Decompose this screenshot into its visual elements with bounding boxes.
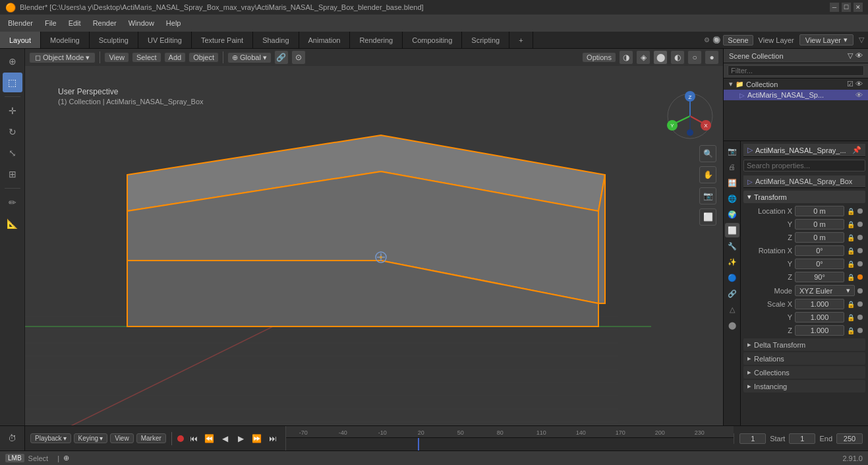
select-menu-btn[interactable]: Select [132,52,161,63]
scale-y-lock-icon[interactable]: 🔒 [847,314,855,321]
tab-scripting[interactable]: Scripting [462,32,509,48]
camera-btn[interactable]: 📷 [699,187,716,204]
jump-start-btn[interactable]: ⏮ [187,431,201,446]
view-all-btn[interactable]: ⬜ [699,208,716,226]
rendered-shading-btn[interactable]: ● [705,50,719,65]
filter-icon[interactable]: ▽ [859,36,864,44]
tab-shading[interactable]: Shading [253,32,299,48]
prop-output-icon[interactable]: 🖨 [725,160,739,174]
rotation-x-dot[interactable] [857,248,863,253]
tab-modeling[interactable]: Modeling [41,32,90,48]
material-shading-btn[interactable]: ◐ [670,50,685,65]
prop-physics-icon[interactable]: 🔵 [725,270,739,285]
outliner-filter-icon[interactable]: ▽ [848,51,853,60]
prop-data-icon[interactable]: △ [725,302,739,317]
current-frame-input[interactable] [739,433,766,444]
prop-view-layer-icon[interactable]: 🪟 [725,175,739,190]
solid-shading-btn[interactable]: ⬤ [653,50,668,65]
rotation-z-dot[interactable] [857,274,863,280]
prop-material-icon[interactable]: ⬤ [725,318,739,332]
options-btn[interactable]: Options [582,52,616,63]
add-menu-btn[interactable]: Add [164,52,187,63]
menu-blender[interactable]: Blender [3,18,38,28]
xray-btn[interactable]: ◈ [636,50,651,65]
record-button[interactable] [177,435,184,442]
rotation-x-value[interactable]: 0° [795,245,844,256]
outliner-eye-icon[interactable]: 👁 [855,51,863,60]
prop-particles-icon[interactable]: ✨ [725,255,739,269]
render-shading-btn[interactable]: ○ [687,50,702,65]
tab-rendering[interactable]: Rendering [350,32,403,48]
tab-add[interactable]: + [509,32,533,48]
prop-render-icon[interactable]: 📷 [725,144,739,158]
rotate-tool-btn[interactable]: ↻ [3,122,22,142]
annotate-tool-btn[interactable]: ✏ [3,193,22,212]
jump-end-btn[interactable]: ⏭ [266,431,280,446]
instancing-section[interactable]: ▸ Instancing [743,380,865,392]
menu-edit[interactable]: Edit [63,18,86,28]
select-box-tool-btn[interactable]: ⬚ [3,73,22,92]
proportional-edit-btn[interactable]: ⊙ [291,50,306,65]
menu-file[interactable]: File [40,18,62,28]
rotation-z-value[interactable]: 90° [795,272,844,282]
tab-animation[interactable]: Animation [299,32,351,48]
move-tool-btn[interactable]: ✛ [3,101,22,121]
zoom-in-btn[interactable]: 🔍 [699,145,716,162]
location-x-dot[interactable] [857,208,863,214]
location-z-lock-icon[interactable]: 🔒 [847,234,855,241]
collections-section[interactable]: ▸ Collections [743,366,865,379]
scale-x-value[interactable]: 1.000 [795,299,844,309]
menu-render[interactable]: Render [88,18,122,28]
prop-modifier-icon[interactable]: 🔧 [725,239,739,253]
rotation-z-lock-icon[interactable]: 🔒 [847,274,855,281]
tab-uv-editing[interactable]: UV Editing [138,32,192,48]
prop-constraints-icon[interactable]: 🔗 [725,286,739,301]
playback-menu-btn[interactable]: Playback ▾ [30,433,71,443]
outliner-search-input[interactable] [728,65,864,76]
snap-btn[interactable]: 🔗 [274,50,289,65]
prop-object-icon[interactable]: ⬜ [725,223,739,237]
location-z-dot[interactable] [857,235,863,240]
step-forward-btn[interactable]: ⏩ [250,431,264,446]
scale-x-dot[interactable] [857,301,863,307]
object-header-pin-icon[interactable]: 📌 [852,146,861,154]
object-menu-btn[interactable]: Object [188,52,219,63]
relations-section[interactable]: ▸ Relations [743,352,865,365]
scale-z-value[interactable]: 1.000 [795,325,844,336]
tab-sculpting[interactable]: Sculpting [90,32,138,48]
location-y-dot[interactable] [857,222,863,227]
tab-texture-paint[interactable]: Texture Paint [192,32,253,48]
overlay-btn[interactable]: ◑ [619,50,633,65]
outliner-item-collection[interactable]: ▾ 📁 Collection ☑ 👁 [724,78,868,90]
start-frame-input[interactable] [789,433,815,444]
step-back-btn[interactable]: ⏪ [202,431,217,446]
delta-transform-section[interactable]: ▸ Delta Transform [743,338,865,351]
viewport[interactable]: ◻ Object Mode ▾ View Select Add Object ⊕… [25,49,723,425]
scale-tool-btn[interactable]: ⤡ [3,143,22,163]
tab-compositing[interactable]: Compositing [403,32,462,48]
viewport-canvas[interactable]: User Perspective (1) Collection | ActiMa… [25,66,723,425]
prop-world-icon[interactable]: 🌍 [725,207,739,222]
transform-tool-btn[interactable]: ⊞ [3,164,22,184]
maximize-button[interactable]: ☐ [842,3,851,12]
minimize-button[interactable]: ─ [830,3,839,12]
rotation-y-lock-icon[interactable]: 🔒 [847,261,855,268]
timeline-track[interactable] [286,438,734,450]
menu-help[interactable]: Help [161,18,187,28]
collection-checkbox-icon[interactable]: ☑ [847,80,854,88]
view-menu-timeline-btn[interactable]: View [110,433,134,443]
rotation-y-dot[interactable] [857,261,863,266]
cursor-tool-btn[interactable]: ⊕ [3,51,22,71]
location-x-value[interactable]: 0 m [795,206,844,216]
scale-y-dot[interactable] [857,315,863,320]
measure-tool-btn[interactable]: 📐 [3,214,22,233]
marker-menu-btn[interactable]: Marker [136,433,166,443]
view-layer-selector[interactable]: View Layer ▾ [799,34,854,46]
end-frame-input[interactable] [836,433,863,444]
keying-menu-btn[interactable]: Keying ▾ [74,433,108,443]
scale-x-lock-icon[interactable]: 🔒 [847,301,855,308]
location-y-value[interactable]: 0 m [795,219,844,230]
collection-eye-icon[interactable]: 👁 [855,80,863,88]
mode-dot[interactable] [857,288,863,294]
timeline-content[interactable]: -70 -40 -10 20 50 80 110 140 170 200 230 [286,426,734,450]
